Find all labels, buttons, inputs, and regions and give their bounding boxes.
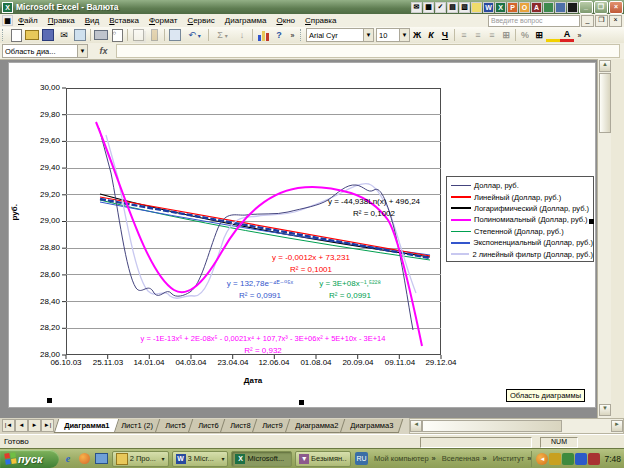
toolbar-my-computer[interactable]: Мой компьютер» [374,454,436,463]
restore-button[interactable]: ❐ [594,1,608,14]
menu-help[interactable]: Справка [300,15,341,26]
selection-handle[interactable] [589,219,594,224]
vertical-scroll-thumb[interactable] [599,73,611,133]
trendline-equation-exponential[interactable]: y = 132,78e⁻⁴ᴱ⁻⁰⁵ˣ [227,279,293,288]
selection-handle[interactable] [47,398,52,403]
scroll-up-button[interactable]: ▲ [599,60,611,72]
trendline-r2-polynomial[interactable]: R² = 0,932 [244,346,282,355]
calendar-icon[interactable]: ▦ [423,2,434,13]
tray-media-icon[interactable] [575,453,587,465]
merge-center-icon[interactable]: ⊞ [499,29,513,42]
toolbar-grip[interactable] [2,29,6,41]
trendline-r2-linear[interactable]: R² = 0,1001 [290,265,332,274]
toolbar-institut[interactable]: Институт» [493,454,532,463]
align-right-icon[interactable]: ≡ [485,29,499,42]
next-sheet-button[interactable]: ► [28,419,41,432]
tasks-icon[interactable]: ✓ [435,2,446,13]
scroll-right-button[interactable]: ► [611,420,623,432]
tray-key-icon[interactable] [549,453,561,465]
menu-insert[interactable]: Вставка [104,15,144,26]
menu-format[interactable]: Формат [144,15,182,26]
x-axis-title[interactable]: Дата [244,376,263,385]
chart-legend[interactable]: Доллар, руб. Линейный (Доллар, руб.) Лог… [446,176,594,262]
menu-file[interactable]: Файл [13,15,43,26]
formatting-grip[interactable] [300,29,304,41]
trendline-equation-linear[interactable]: y = -0,0012x + 73,231 [272,253,350,262]
font-color-button[interactable]: А [560,29,574,42]
vertical-scrollbar[interactable]: ▲ ▼ [597,59,611,418]
formatting-options-chevron[interactable]: » [575,28,585,42]
outlook-icon[interactable]: O [519,2,530,13]
autosum-button[interactable]: Σ▾ [212,28,234,42]
print-preview-icon[interactable]: ○ [110,28,125,42]
mail-icon[interactable]: ✉ [411,2,422,13]
outlook-express-icon[interactable] [94,451,109,466]
sheet-tab-diagramma3[interactable]: Диаграмма3 [340,419,404,433]
trendline-r2-logarithmic[interactable]: R² = 0,1002 [353,209,395,218]
prev-sheet-button[interactable]: ◄ [15,419,28,432]
workbook-icon[interactable]: ▦ [2,15,13,26]
taskbar-group-word[interactable]: W 3 Micr... ▾ [172,451,229,467]
new-icon[interactable] [9,28,24,42]
italic-button[interactable]: К [424,29,438,42]
underline-button[interactable]: Ч [438,29,452,42]
close-button[interactable]: × [609,1,623,14]
menu-edit[interactable]: Правка [43,15,80,26]
word-icon[interactable]: W [483,2,494,13]
last-sheet-button[interactable]: ►| [41,419,54,432]
scroll-left-button[interactable]: ◄ [410,420,422,432]
percent-style-button[interactable]: % [518,29,532,42]
save-icon[interactable] [41,28,56,42]
print-icon[interactable] [94,28,109,42]
sheet-close-button[interactable]: × [609,15,622,27]
horizontal-scroll-thumb[interactable] [422,420,562,432]
mail-icon-toolbar[interactable]: ✉ [57,28,72,42]
selection-handle[interactable] [299,400,304,405]
clock[interactable]: 7:48 [604,454,621,464]
desktop-icon[interactable] [567,2,578,13]
y-axis-title[interactable]: руб. [10,209,19,221]
access-icon[interactable]: A [531,2,542,13]
menu-chart[interactable]: Диаграмма [220,15,272,26]
sort-ascending-icon[interactable]: ↓ [235,28,250,42]
tray-volume-icon[interactable] [588,453,600,465]
camera-icon[interactable] [543,2,554,13]
menu-window[interactable]: Окно [271,15,300,26]
hide-icons-chevron[interactable]: ◄ [536,453,548,465]
trendline-equation-logarithmic[interactable]: y = -44,938Ln(x) + 496,24 [328,197,420,206]
font-name-combo[interactable]: Arial Cyr▼ [306,28,374,42]
first-sheet-button[interactable]: |◄ [2,419,15,432]
insert-cells-icon[interactable] [168,28,183,42]
fill-color-button[interactable] [546,29,560,42]
excel-app-icon[interactable]: X [2,2,13,13]
minimize-button[interactable]: _ [579,1,593,14]
contacts-icon[interactable]: ▤ [447,2,458,13]
copy-icon[interactable] [131,28,146,42]
undo-button[interactable]: ↶▾ [184,28,206,42]
taskbar-button-excel[interactable]: X Microsoft... [231,451,292,467]
scroll-down-button[interactable]: ▼ [599,404,611,416]
sheet-tab-diagramma1[interactable]: Диаграмма1 [54,419,120,433]
media-icon[interactable] [555,2,566,13]
insert-function-button[interactable]: fx [96,44,111,58]
excel-icon[interactable]: X [495,2,506,13]
name-box[interactable]: Область диа...▼ [2,44,88,58]
trendline-r2-power[interactable]: R² = 0,0991 [329,291,371,300]
sheet-restore-button[interactable]: ❐ [595,15,608,27]
media-player-icon[interactable] [77,451,92,466]
start-button[interactable]: пуск [0,450,59,468]
toolbar-vselennaya[interactable]: Вселенная» [442,454,487,463]
borders-button[interactable]: ⊞ [532,29,546,42]
font-size-combo[interactable]: 10▼ [376,28,410,42]
format-painter-icon[interactable] [147,28,162,42]
menu-tools[interactable]: Сервис [182,15,219,26]
trendline-equation-power[interactable]: y = 3E+08x⁻¹,⁵²²⁸ [319,279,381,288]
trendline-equation-polynomial[interactable]: y = -1E-13x⁶ + 2E-08x⁵ - 0,0021x⁴ + 107,… [141,334,386,343]
trendline-r2-exponential[interactable]: R² = 0,0991 [239,291,281,300]
search-icon[interactable] [73,28,88,42]
horizontal-scrollbar[interactable]: ◄ ► [409,418,624,434]
sheet-tab-diagramma2[interactable]: Диаграмма2 [285,419,349,433]
open-icon[interactable] [25,28,40,42]
sheet-minimize-button[interactable]: _ [581,15,594,27]
formula-input[interactable] [116,44,621,58]
